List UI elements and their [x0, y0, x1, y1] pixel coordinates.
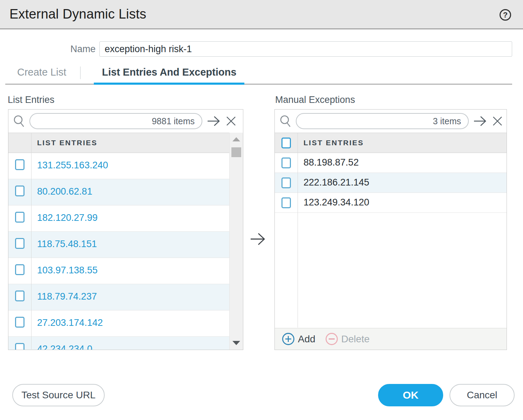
exception-entry-value: 88.198.87.52 [298, 153, 359, 173]
row-checkbox[interactable] [15, 264, 25, 275]
list-entry-row: 80.200.62.81 [8, 179, 230, 205]
list-entry-value[interactable]: 131.255.163.240 [31, 153, 108, 179]
list-entry-value[interactable]: 103.97.138.55 [31, 258, 98, 284]
checkbox-column-divider [298, 133, 298, 328]
row-checkbox[interactable] [15, 212, 25, 223]
exceptions-footer: Add Delete [275, 328, 507, 350]
header-checkbox-cell [275, 138, 298, 148]
list-entry-row: 103.97.138.55 [8, 258, 230, 284]
row-checkbox[interactable] [15, 317, 25, 328]
list-entries-column-header: LIST ENTRIES [31, 139, 97, 147]
row-checkbox-cell [275, 193, 298, 212]
list-entry-row: 27.203.174.142 [8, 310, 230, 337]
exception-rows: 88.198.87.52 222.186.21.145 123.249.34.1… [275, 153, 507, 213]
list-entries-rows: 131.255.163.240 80.200.62.81 182.120.27.… [8, 153, 230, 350]
row-checkbox-cell [8, 284, 31, 310]
row-checkbox-cell [8, 232, 31, 258]
list-entry-row: 131.255.163.240 [8, 153, 230, 179]
dialog-titlebar: External Dynamic Lists ? [0, 0, 523, 29]
search-icon [13, 114, 25, 128]
delete-label: Delete [341, 334, 370, 345]
exception-entry-value: 222.186.21.145 [298, 173, 369, 192]
row-checkbox[interactable] [281, 177, 291, 188]
name-input[interactable] [99, 41, 512, 57]
add-exception-button[interactable]: Add [282, 332, 315, 345]
select-all-checkbox[interactable] [281, 138, 291, 148]
list-entry-value[interactable]: 118.79.74.237 [31, 284, 97, 310]
search-input[interactable]: 3 items [296, 113, 469, 129]
row-checkbox-cell [8, 205, 31, 231]
tab-strip: Create List List Entries And Exceptions [16, 66, 244, 85]
delete-exception-button[interactable]: Delete [325, 332, 370, 345]
tab-list-entries-and-exceptions[interactable]: List Entries And Exceptions [94, 66, 244, 85]
cancel-button[interactable]: Cancel [449, 384, 515, 406]
scroll-down-icon[interactable] [232, 341, 240, 345]
exceptions-table-header: LIST ENTRIES [275, 133, 507, 153]
exceptions-column-header: LIST ENTRIES [298, 139, 364, 147]
manual-exceptions-panel: 3 items LIST ENTRIES [274, 109, 507, 350]
row-checkbox[interactable] [15, 238, 25, 249]
move-to-exceptions-arrow-icon[interactable] [249, 232, 267, 248]
list-entry-value[interactable]: 182.120.27.99 [31, 205, 98, 231]
apply-filter-arrow-icon[interactable] [207, 115, 221, 127]
list-entries-panel: 9881 items LIST ENTRIES [8, 109, 243, 350]
search-input[interactable]: 9881 items [29, 113, 202, 129]
clear-filter-x-icon[interactable] [225, 115, 237, 127]
search-icon [279, 114, 292, 128]
row-checkbox[interactable] [15, 186, 25, 196]
row-checkbox-cell [8, 179, 31, 205]
external-dynamic-lists-dialog: External Dynamic Lists ? Name Create Lis… [0, 0, 523, 420]
exception-entry-row: 222.186.21.145 [275, 173, 507, 193]
row-checkbox-cell [8, 258, 31, 284]
plus-circle-icon [282, 332, 295, 345]
row-checkbox[interactable] [15, 290, 25, 301]
manual-exceptions-search-row: 3 items [275, 110, 507, 133]
ok-button[interactable]: OK [378, 384, 443, 406]
scroll-up-icon[interactable] [232, 137, 240, 141]
row-checkbox-cell [275, 173, 298, 192]
minus-circle-icon [325, 332, 338, 345]
tab-create-list[interactable]: Create List [16, 66, 67, 85]
list-entries-table-header: LIST ENTRIES [8, 133, 230, 153]
row-checkbox[interactable] [281, 197, 291, 208]
exception-entry-row: 123.249.34.120 [275, 193, 507, 213]
help-icon[interactable]: ? [500, 9, 511, 21]
row-checkbox[interactable] [281, 158, 291, 168]
exception-entry-row: 88.198.87.52 [275, 153, 507, 173]
list-entry-value[interactable]: 42.234.234.0 [31, 337, 92, 350]
items-count-badge: 3 items [433, 116, 461, 126]
list-entries-search-row: 9881 items [8, 110, 243, 133]
checkbox-column-divider [31, 133, 32, 349]
list-entry-row: 118.79.74.237 [8, 284, 230, 310]
row-checkbox-cell [8, 153, 31, 179]
manual-exceptions-section-label: Manual Exceptions [275, 94, 355, 105]
name-row: Name [0, 41, 523, 57]
test-source-url-button[interactable]: Test Source URL [12, 384, 105, 406]
list-entry-value[interactable]: 27.203.174.142 [31, 310, 103, 336]
list-entry-row: 118.75.48.151 [8, 232, 230, 258]
tab-divider [80, 66, 81, 79]
row-checkbox[interactable] [15, 343, 25, 350]
apply-filter-arrow-icon[interactable] [473, 115, 488, 127]
dialog-title: External Dynamic Lists [9, 7, 146, 22]
row-checkbox-cell [8, 310, 31, 336]
row-checkbox[interactable] [15, 159, 25, 170]
items-count-badge: 9881 items [152, 116, 195, 126]
list-entry-value[interactable]: 80.200.62.81 [31, 179, 92, 205]
list-entry-row: 182.120.27.99 [8, 205, 230, 232]
row-checkbox-cell [275, 153, 298, 173]
list-entries-section-label: List Entries [8, 94, 55, 105]
exception-entry-value: 123.249.34.120 [298, 193, 369, 212]
list-entry-value[interactable]: 118.75.48.151 [31, 232, 97, 258]
row-checkbox-cell [8, 337, 31, 350]
list-entry-row: 42.234.234.0 [8, 337, 230, 350]
add-label: Add [298, 334, 315, 345]
name-label: Name [0, 44, 96, 55]
scrollbar[interactable] [229, 133, 243, 350]
scrollbar-thumb[interactable] [231, 147, 241, 157]
clear-filter-x-icon[interactable] [492, 115, 503, 127]
